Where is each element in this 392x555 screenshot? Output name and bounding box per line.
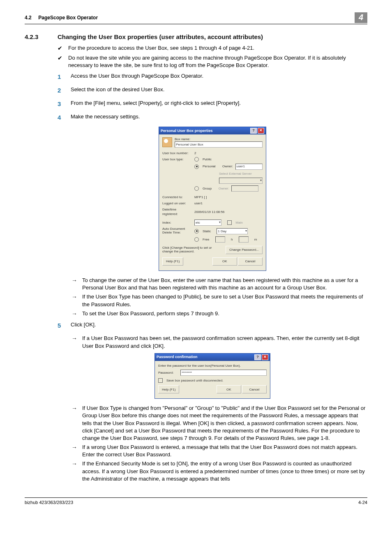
logged-label: Logged on user: xyxy=(162,201,192,206)
radio-public[interactable] xyxy=(194,157,199,162)
boxname-input[interactable]: Personal User Box xyxy=(175,141,263,148)
properties-dialog: Personal User Box properties ? ✕ Box nam… xyxy=(159,127,266,271)
owner-label: Owner: xyxy=(222,164,233,169)
boxname-label: Box name: xyxy=(175,137,263,141)
cancel-button[interactable]: Cancel xyxy=(242,385,267,393)
static-combo[interactable]: 1 Day xyxy=(217,228,248,234)
step-number: 5 xyxy=(58,321,63,330)
step-number: 1 xyxy=(58,72,63,81)
help-button[interactable]: Help (F1) xyxy=(158,385,179,393)
step-text: Click [OK]. xyxy=(71,321,96,330)
chapter-badge: 4 xyxy=(355,12,367,23)
step-text: Select the icon of the desired User Box. xyxy=(71,86,164,95)
cancel-button[interactable]: Cancel xyxy=(238,257,263,266)
group-owner-label: Owner: xyxy=(219,186,229,191)
ext-server-combo xyxy=(219,178,263,184)
connected-value: MFP1 [ ] xyxy=(194,195,207,199)
save-pw-label: Save box password until disconnected. xyxy=(166,378,223,383)
main-label: Main xyxy=(235,220,242,225)
save-pw-checkbox[interactable] xyxy=(158,378,163,383)
step4-notes: →To change the owner of the User Box, en… xyxy=(71,277,367,318)
minutes-spinner[interactable] xyxy=(239,236,249,243)
precondition-text: Do not leave the site while you are gain… xyxy=(68,54,367,69)
dialog-title-text: Password confirmation xyxy=(157,354,198,360)
page-header: 4.2 PageScope Box Operator 4 xyxy=(25,12,367,24)
step-text: Make the necessary settings. xyxy=(71,113,140,122)
check-icon: ✔ xyxy=(58,44,63,53)
h-unit: h xyxy=(231,237,233,242)
arrow-icon: → xyxy=(71,335,77,349)
userboxno-value: 2 xyxy=(194,151,196,155)
preconditions-list: ✔For the procedure to access the User Bo… xyxy=(58,44,367,69)
password-input[interactable]: ******** xyxy=(180,370,267,376)
check-icon: ✔ xyxy=(58,54,63,69)
datetime-label: Date/time registered: xyxy=(162,207,192,216)
ok-button[interactable]: OK xyxy=(217,385,241,393)
steps-list: 1Access the User Box through PageScope B… xyxy=(58,72,367,122)
datetime-value: 2009/01/19 11:08:56 xyxy=(194,210,224,214)
note-text: To set the User Box Password, perform st… xyxy=(82,310,219,318)
static-label: Static xyxy=(203,229,211,234)
step5-notes-a: →If a User Box Password has been set, th… xyxy=(71,335,367,349)
arrow-icon: → xyxy=(71,444,77,458)
step-number: 2 xyxy=(58,86,63,95)
help-button[interactable]: Help (F1) xyxy=(162,257,183,266)
note-text: If a wrong User Box Password is entered,… xyxy=(82,444,367,458)
arrow-icon: → xyxy=(71,310,77,318)
arrow-icon: → xyxy=(71,293,77,308)
pw-instruction: Enter the password for the user box(Pers… xyxy=(158,363,241,368)
section-number: 4.2.3 xyxy=(25,32,49,486)
note-text: If the Enhanced Security Mode is set to … xyxy=(82,460,367,483)
pw-hint: Click [Change Password] to set or change… xyxy=(162,246,223,254)
section-title: Changing the User Box properties (user a… xyxy=(58,32,367,41)
userboxtype-label: User box type: xyxy=(162,157,192,162)
note-text: If the User Box Type has been changed to… xyxy=(82,293,367,308)
personal-label: Personal xyxy=(203,164,216,169)
index-combo[interactable]: etc xyxy=(194,220,221,226)
userboxno-label: User box number: xyxy=(162,151,192,155)
owner-input[interactable]: user1 xyxy=(235,164,263,170)
arrow-icon: → xyxy=(71,460,77,483)
free-label: Free xyxy=(203,237,209,242)
header-left: 4.2 PageScope Box Operator xyxy=(25,14,98,21)
footer-right: 4-24 xyxy=(358,500,367,506)
close-icon[interactable]: ✕ xyxy=(262,354,268,360)
dialog-title-text: Personal User Box properties xyxy=(161,128,213,134)
section-row: 4.2.3 Changing the User Box properties (… xyxy=(25,32,367,486)
ok-button[interactable]: OK xyxy=(212,257,237,266)
step5-list: 5Click [OK]. xyxy=(58,321,367,330)
radio-free[interactable] xyxy=(194,237,199,242)
help-icon[interactable]: ? xyxy=(250,128,257,134)
radio-personal[interactable] xyxy=(194,164,199,169)
radio-static[interactable] xyxy=(194,229,199,234)
note-text: If User Box Type is changed from "Person… xyxy=(82,405,367,442)
footer-left: bizhub 423/363/283/223 xyxy=(25,500,73,506)
step5-notes-b: →If User Box Type is changed from "Perso… xyxy=(71,405,367,483)
dialog-titlebar: Password confirmation ? ✕ xyxy=(155,354,270,361)
dialog-titlebar: Personal User Box properties ? ✕ xyxy=(159,127,266,134)
group-owner-input xyxy=(231,185,258,192)
note-text: To change the owner of the User Box, ent… xyxy=(82,277,367,291)
hours-spinner[interactable] xyxy=(215,236,225,243)
box-icon xyxy=(162,137,172,147)
step-text: Access the User Box through PageScope Bo… xyxy=(71,72,203,81)
arrow-icon: → xyxy=(71,277,77,291)
connected-label: Connected to: xyxy=(162,195,192,199)
precondition-text: For the procedure to access the User Box… xyxy=(68,44,254,53)
autodel-label: Auto Document Delete Time: xyxy=(162,227,192,235)
main-checkbox[interactable] xyxy=(227,220,232,225)
header-section-name: PageScope Box Operator xyxy=(38,15,98,21)
logged-value: user1 xyxy=(194,201,203,206)
close-icon[interactable]: ✕ xyxy=(258,128,264,134)
step-text: From the [File] menu, select [Property],… xyxy=(71,99,241,108)
change-password-button[interactable]: Change Password... xyxy=(226,246,263,254)
note-text: If a User Box Password has been set, the… xyxy=(82,335,367,349)
arrow-icon: → xyxy=(71,405,77,442)
page-footer: bizhub 423/363/283/223 4-24 xyxy=(25,497,367,506)
step-number: 3 xyxy=(58,99,63,108)
index-label: Index: xyxy=(162,220,192,225)
public-label: Public xyxy=(203,157,212,162)
header-section-no: 4.2 xyxy=(25,15,32,21)
help-icon[interactable]: ? xyxy=(254,354,261,360)
radio-group[interactable] xyxy=(194,186,199,191)
